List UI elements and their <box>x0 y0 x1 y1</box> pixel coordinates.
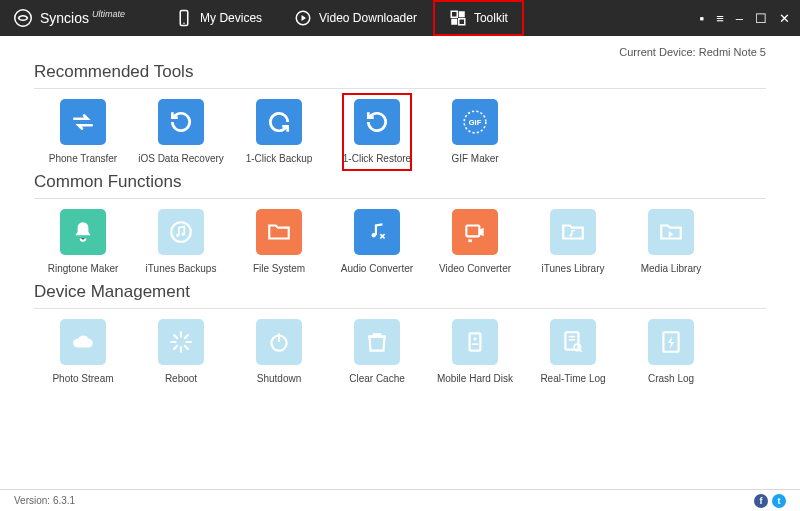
section-title-device: Device Management <box>34 282 766 302</box>
tile-video-converter[interactable]: Video Converter <box>426 209 524 274</box>
svg-rect-14 <box>466 226 479 237</box>
svg-text:GIF: GIF <box>469 118 482 127</box>
svg-line-23 <box>174 346 177 349</box>
svg-point-2 <box>183 23 185 25</box>
tile-file-system[interactable]: File System <box>230 209 328 274</box>
app-logo-icon <box>14 9 32 27</box>
current-device: Current Device: Redmi Note 5 <box>34 46 766 58</box>
tile-ringtone-maker[interactable]: Ringtone Maker <box>34 209 132 274</box>
loading-icon <box>168 329 194 355</box>
refresh-ccw-icon <box>168 109 194 135</box>
svg-rect-6 <box>451 19 457 25</box>
log-search-icon <box>560 329 586 355</box>
device-grid: Photo Stream Reboot Shutdown Clear Cache… <box>34 319 766 390</box>
svg-line-22 <box>185 335 188 338</box>
window-controls: ▪ ≡ – ☐ ✕ <box>700 11 790 26</box>
svg-rect-29 <box>565 332 578 349</box>
play-circle-icon <box>294 9 312 27</box>
tile-realtime-log[interactable]: Real-Time Log <box>524 319 622 384</box>
maximize-button[interactable]: ☐ <box>755 11 767 26</box>
tile-itunes-backups[interactable]: iTunes Backups <box>132 209 230 274</box>
social-links: f t <box>754 494 786 508</box>
section-title-common: Common Functions <box>34 172 766 192</box>
gif-icon: GIF <box>462 109 488 135</box>
tile-itunes-library[interactable]: iTunes Library <box>524 209 622 274</box>
svg-point-12 <box>182 233 185 236</box>
section-title-recommended: Recommended Tools <box>34 62 766 82</box>
nav-my-devices[interactable]: My Devices <box>159 0 278 36</box>
facebook-icon[interactable]: f <box>754 494 768 508</box>
media-folder-icon <box>658 219 684 245</box>
svg-rect-26 <box>470 333 481 350</box>
version-label: Version: 6.3.1 <box>14 495 75 506</box>
tile-audio-converter[interactable]: Audio Converter <box>328 209 426 274</box>
divider <box>34 88 766 89</box>
cloud-icon <box>70 329 96 355</box>
svg-point-10 <box>171 222 191 242</box>
music-folder-icon <box>560 219 586 245</box>
tile-shutdown[interactable]: Shutdown <box>230 319 328 384</box>
folder-icon <box>266 219 292 245</box>
svg-line-20 <box>174 335 177 338</box>
minimize-button[interactable]: – <box>736 11 743 26</box>
svg-point-0 <box>15 10 32 27</box>
nav-toolkit[interactable]: Toolkit <box>433 0 524 36</box>
bell-icon <box>70 219 96 245</box>
top-nav: My Devices Video Downloader Toolkit <box>159 0 524 36</box>
svg-line-33 <box>580 350 582 352</box>
main-panel: Current Device: Redmi Note 5 Recommended… <box>0 36 800 489</box>
tile-1click-backup[interactable]: 1-Click Backup <box>230 99 328 164</box>
recommended-grid: Phone Transfer iOS Data Recovery 1-Click… <box>34 99 766 170</box>
svg-point-27 <box>473 337 476 340</box>
title-bar: SynciosUltimate My Devices Video Downloa… <box>0 0 800 36</box>
tile-photo-stream[interactable]: Photo Stream <box>34 319 132 384</box>
nav-video-downloader[interactable]: Video Downloader <box>278 0 433 36</box>
divider <box>34 198 766 199</box>
tile-clear-cache[interactable]: Clear Cache <box>328 319 426 384</box>
phone-icon <box>175 9 193 27</box>
trash-icon <box>364 329 390 355</box>
transfer-icon <box>70 109 96 135</box>
tile-gif-maker[interactable]: GIF GIF Maker <box>426 99 524 164</box>
tile-crash-log[interactable]: Crash Log <box>622 319 720 384</box>
video-convert-icon <box>462 219 488 245</box>
svg-line-21 <box>185 346 188 349</box>
log-bolt-icon <box>658 329 684 355</box>
tile-ios-recovery[interactable]: iOS Data Recovery <box>132 99 230 164</box>
app-brand: SynciosUltimate <box>40 9 125 27</box>
audio-convert-icon <box>364 219 390 245</box>
svg-point-11 <box>176 234 179 237</box>
divider <box>34 308 766 309</box>
tile-mobile-hard-disk[interactable]: Mobile Hard Disk <box>426 319 524 384</box>
tile-reboot[interactable]: Reboot <box>132 319 230 384</box>
svg-rect-5 <box>459 11 465 17</box>
close-button[interactable]: ✕ <box>779 11 790 26</box>
power-icon <box>266 329 292 355</box>
usb-icon <box>462 329 488 355</box>
status-bar: Version: 6.3.1 f t <box>0 489 800 511</box>
twitter-icon[interactable]: t <box>772 494 786 508</box>
svg-rect-4 <box>451 11 457 17</box>
common-grid: Ringtone Maker iTunes Backups File Syste… <box>34 209 766 280</box>
restore-icon <box>364 109 390 135</box>
feedback-icon[interactable]: ▪ <box>700 11 705 26</box>
tile-phone-transfer[interactable]: Phone Transfer <box>34 99 132 164</box>
menu-icon[interactable]: ≡ <box>716 11 724 26</box>
music-note-icon <box>168 219 194 245</box>
svg-rect-7 <box>459 19 465 25</box>
tile-media-library[interactable]: Media Library <box>622 209 720 274</box>
tile-1click-restore[interactable]: 1-Click Restore <box>328 99 426 164</box>
grid-icon <box>449 9 467 27</box>
refresh-cw-icon <box>266 109 292 135</box>
